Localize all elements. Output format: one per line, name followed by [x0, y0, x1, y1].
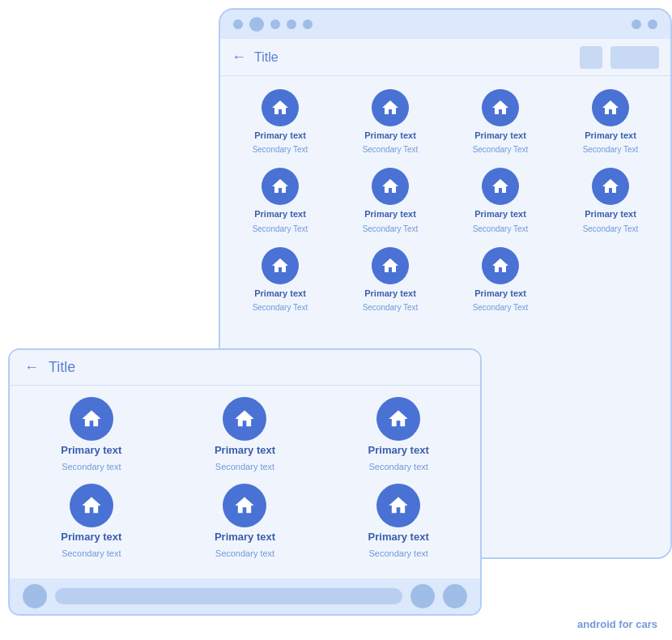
- list-item[interactable]: Primary text Secondary Text: [227, 89, 334, 155]
- status-dot-1: [233, 19, 243, 29]
- status-dot-7: [648, 19, 657, 29]
- tablet-bottom-bar: [10, 578, 480, 614]
- tablet-bottom-pill: [55, 588, 402, 604]
- primary-text: Primary text: [368, 531, 429, 544]
- secondary-text: Secondary Text: [583, 144, 639, 155]
- secondary-text: Secondary Text: [583, 224, 639, 234]
- secondary-text: Secondary text: [368, 461, 427, 472]
- tablet-bottom-dot-1: [23, 584, 47, 608]
- secondary-text: Secondary Text: [473, 144, 529, 155]
- secondary-text: Secondary Text: [473, 224, 529, 234]
- secondary-text: Secondary text: [62, 548, 121, 559]
- list-item[interactable]: Primary text Secondary Text: [227, 247, 334, 313]
- primary-text: Primary text: [61, 531, 121, 544]
- tablet-grid: Primary text Secondary text Primary text…: [10, 386, 480, 578]
- home-icon: [223, 397, 266, 441]
- list-item[interactable]: Primary text Secondary Text: [447, 89, 554, 155]
- tablet-bottom-dot-3: [443, 584, 467, 608]
- home-icon: [482, 168, 519, 205]
- secondary-text: Secondary Text: [363, 302, 419, 313]
- list-item[interactable]: Primary text Secondary Text: [337, 168, 444, 233]
- home-icon: [482, 89, 519, 126]
- status-dot-5: [303, 19, 313, 29]
- home-icon: [592, 89, 629, 126]
- primary-text: Primary text: [215, 444, 275, 458]
- list-item[interactable]: Primary text Secondary text: [18, 484, 165, 559]
- list-item[interactable]: Primary text Secondary Text: [447, 168, 554, 233]
- list-item[interactable]: Primary text Secondary Text: [557, 89, 664, 155]
- list-item[interactable]: Primary text Secondary text: [18, 397, 165, 472]
- primary-text: Primary text: [585, 208, 636, 220]
- home-icon: [372, 247, 409, 284]
- home-icon: [372, 89, 409, 126]
- phone-status-bar: [220, 10, 670, 39]
- home-icon: [70, 397, 113, 441]
- secondary-text: Secondary text: [368, 548, 427, 559]
- list-item[interactable]: Primary text Secondary text: [325, 397, 472, 472]
- phone-back-button[interactable]: ←: [232, 49, 246, 66]
- phone-toolbar-title: Title: [254, 50, 279, 65]
- phone-toolbar-icon-button[interactable]: [580, 46, 602, 69]
- primary-text: Primary text: [61, 444, 121, 458]
- phone-toolbar-search-button[interactable]: [610, 46, 659, 69]
- list-item[interactable]: Primary text Secondary Text: [337, 89, 444, 155]
- secondary-text: Secondary text: [215, 461, 274, 472]
- secondary-text: Secondary Text: [253, 302, 308, 313]
- home-icon: [262, 168, 299, 205]
- tablet-content: ← Title Primary text Secondary text Prim…: [10, 350, 480, 578]
- secondary-text: Secondary text: [62, 461, 121, 472]
- list-item[interactable]: Primary text Secondary text: [172, 397, 319, 472]
- list-item[interactable]: Primary text Secondary Text: [227, 168, 334, 233]
- list-item[interactable]: Primary text Secondary text: [172, 484, 319, 559]
- secondary-text: Secondary Text: [253, 144, 308, 155]
- phone-toolbar: ← Title: [220, 39, 670, 76]
- list-item[interactable]: Primary text Secondary Text: [337, 247, 444, 313]
- primary-text: Primary text: [474, 130, 526, 141]
- list-item[interactable]: Primary text Secondary text: [325, 484, 472, 559]
- secondary-text: Secondary Text: [473, 302, 529, 313]
- primary-text: Primary text: [215, 531, 275, 544]
- primary-text: Primary text: [254, 208, 306, 220]
- status-dot-2: [249, 17, 264, 32]
- home-icon: [223, 484, 266, 527]
- primary-text: Primary text: [364, 288, 416, 299]
- android-label: android for cars: [577, 618, 657, 630]
- home-icon: [376, 397, 420, 441]
- secondary-text: Secondary Text: [253, 224, 308, 234]
- home-icon: [70, 484, 113, 527]
- tablet-back-button[interactable]: ←: [24, 359, 39, 376]
- primary-text: Primary text: [474, 288, 526, 299]
- tablet-toolbar-title: Title: [49, 359, 75, 376]
- tablet-frame: ← Title Primary text Secondary text Prim…: [8, 348, 482, 616]
- home-icon: [482, 247, 519, 284]
- list-item[interactable]: Primary text Secondary Text: [557, 168, 664, 233]
- tablet-toolbar: ← Title: [10, 350, 480, 386]
- home-icon: [592, 168, 629, 205]
- primary-text: Primary text: [585, 130, 636, 141]
- secondary-text: Secondary text: [215, 548, 274, 559]
- status-dot-3: [270, 19, 280, 29]
- home-icon: [262, 247, 299, 284]
- status-dot-6: [632, 19, 641, 29]
- primary-text: Primary text: [364, 208, 416, 220]
- secondary-text: Secondary Text: [363, 144, 419, 155]
- home-icon: [372, 168, 409, 205]
- tablet-bottom-dot-2: [410, 584, 435, 608]
- primary-text: Primary text: [368, 444, 429, 458]
- list-item[interactable]: Primary text Secondary Text: [447, 247, 554, 313]
- primary-text: Primary text: [254, 130, 306, 141]
- home-icon: [376, 484, 420, 527]
- primary-text: Primary text: [364, 130, 416, 141]
- status-dot-4: [287, 19, 296, 29]
- primary-text: Primary text: [254, 288, 306, 299]
- secondary-text: Secondary Text: [363, 224, 419, 234]
- home-icon: [262, 89, 299, 126]
- primary-text: Primary text: [474, 208, 526, 220]
